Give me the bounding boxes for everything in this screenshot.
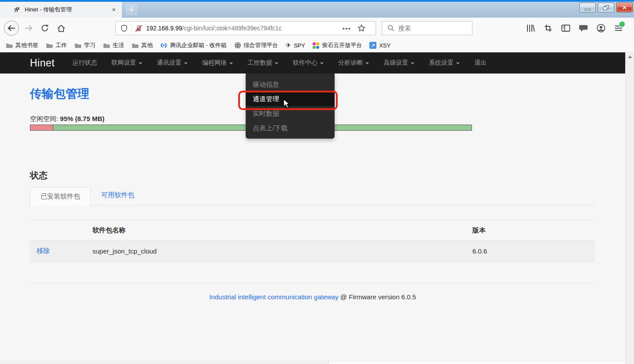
titlebar[interactable]: Hinet - 传输包管理 × + ✕ [0, 2, 634, 18]
search-bar[interactable] [382, 21, 472, 35]
site-navbar: Hinet 运行状态 联网设置 通讯设置 编程网络 工控数据 软件中心 分析诊断… [0, 52, 625, 74]
sidebar-button[interactable] [560, 21, 571, 36]
nav-item-programming-network[interactable]: 编程网络 [202, 59, 233, 67]
bookmark-exmail[interactable]: 腾讯企业邮箱 - 收件箱 [160, 41, 227, 49]
bookmarks-bar: 其他书签 工作 学习 生活 其他 腾讯企业邮箱 - 收件箱 [0, 39, 634, 52]
bookmark-folder-life[interactable]: 生活 [103, 41, 124, 49]
bookmark-label: XSY [379, 42, 391, 49]
back-button[interactable] [4, 21, 19, 36]
nav-item-diagnostics[interactable]: 分析诊断 [338, 59, 369, 67]
bookmark-folder-study[interactable]: 学习 [74, 41, 96, 49]
nav-item-network-settings[interactable]: 联网设置 [111, 59, 142, 67]
bookmark-label: 腾讯企业邮箱 - 收件箱 [170, 41, 227, 49]
nav-item-system-settings[interactable]: 系统设置 [429, 59, 460, 67]
insecure-lock-icon [135, 25, 142, 32]
folder-icon [74, 43, 81, 48]
folder-icon [46, 43, 53, 48]
bookmark-xsy[interactable]: ↗ XSY [369, 42, 391, 49]
package-tabs: 已安装软件包 可用软件包 [30, 187, 595, 206]
table-row: 移除 super_json_tcp_cloud 6.0.6 [30, 241, 595, 262]
minimize-icon [585, 9, 590, 11]
restore-button[interactable] [598, 3, 614, 12]
nav-item-industrial-data[interactable]: 工控数据 [247, 59, 278, 67]
chevron-down-icon [456, 63, 460, 64]
bookmark-ezviz[interactable]: 萤石云开放平台 [313, 41, 362, 49]
bookmark-folder-work[interactable]: 工作 [46, 41, 67, 49]
bookmark-label: 生活 [113, 41, 124, 49]
home-button[interactable] [55, 21, 68, 36]
new-tab-button[interactable]: + [125, 4, 138, 15]
vertical-scrollbar[interactable] [625, 52, 634, 364]
browser-tab[interactable]: Hinet - 传输包管理 × [0, 2, 122, 18]
row-package-name: super_json_tcp_cloud [92, 247, 472, 255]
bookmark-folder-other-bookmarks[interactable]: 其他书签 [6, 41, 38, 49]
bookmark-spy[interactable]: ✈ SPY [286, 41, 306, 49]
table-header-row: 软件包名称 版本 [30, 221, 595, 241]
footer-link[interactable]: Industrial intelligent communication gat… [209, 293, 339, 301]
reload-icon [41, 24, 49, 32]
home-icon [57, 25, 65, 32]
page-footer: Industrial intelligent communication gat… [30, 293, 595, 301]
chevron-down-icon [320, 63, 324, 64]
library-button[interactable] [525, 21, 536, 36]
color-dots-icon [313, 42, 319, 49]
tab-close-icon[interactable]: × [112, 6, 116, 13]
bookmark-folder-misc[interactable]: 其他 [132, 41, 153, 49]
browser-window: Hinet - 传输包管理 × + ✕ [0, 0, 634, 364]
bookmark-star-icon[interactable] [358, 24, 365, 32]
nav-item-logout[interactable]: 退出 [474, 59, 487, 67]
menu-item-driver-info[interactable]: 驱动信息 [246, 77, 335, 92]
menu-button[interactable]: ↑ [613, 21, 624, 36]
nav-label: 软件中心 [293, 59, 317, 67]
footer-divider [30, 283, 595, 283]
nav-label: 分析诊断 [338, 59, 363, 67]
nav-item-comm-settings[interactable]: 通讯设置 [157, 59, 188, 67]
favicon-icon [13, 6, 20, 13]
screenshot-button[interactable] [542, 21, 553, 36]
chevron-down-icon [229, 63, 233, 64]
nav-item-run-status[interactable]: 运行状态 [72, 59, 97, 67]
chevron-down-icon [275, 63, 278, 64]
mouse-cursor [283, 99, 291, 109]
nav-label: 系统设置 [429, 59, 453, 67]
tab-installed-packages[interactable]: 已安装软件包 [30, 187, 91, 206]
nav-label: 联网设置 [111, 59, 136, 67]
screenshot-crop-icon [544, 24, 552, 32]
sidebar-icon [561, 25, 570, 32]
chevron-down-icon [184, 63, 188, 64]
package-table: 软件包名称 版本 移除 super_json_tcp_cloud 6.0.6 [30, 220, 595, 262]
page-actions-icon[interactable]: ••• [343, 25, 351, 32]
chevron-down-icon [139, 63, 142, 64]
close-icon: ✕ [622, 4, 627, 11]
horizontal-scrollbar[interactable] [0, 361, 625, 364]
storage-used-segment [30, 125, 53, 130]
chevron-down-icon [411, 63, 414, 64]
tab-available-packages[interactable]: 可用软件包 [101, 191, 134, 205]
forward-button[interactable] [22, 21, 35, 36]
reload-button[interactable] [38, 21, 52, 36]
nav-label: 工控数据 [247, 59, 272, 67]
account-button[interactable] [595, 21, 606, 36]
remove-link[interactable]: 移除 [37, 247, 50, 254]
close-button[interactable]: ✕ [616, 3, 633, 12]
scroll-up-arrow-icon[interactable] [628, 55, 632, 58]
horizontal-scroll-thumb[interactable] [0, 361, 329, 364]
messages-button[interactable] [578, 21, 589, 36]
bookmark-label: 学习 [84, 41, 96, 49]
window-controls: ✕ [579, 3, 633, 12]
header-version: 版本 [472, 226, 589, 235]
bookmark-management-platform[interactable]: 综合管理平台 [234, 41, 278, 49]
url-bar[interactable]: 192.168.9.99/cgi-bin/luci/;stok=489fe39e… [115, 21, 376, 35]
menu-item-point-table[interactable]: 点表上/下载 [246, 121, 335, 135]
brand-logo[interactable]: Hinet [30, 57, 55, 69]
search-input[interactable] [398, 25, 464, 32]
nav-label: 高级设置 [383, 59, 408, 67]
nav-item-advanced-settings[interactable]: 高级设置 [383, 59, 414, 67]
minimize-button[interactable] [579, 3, 596, 12]
footer-text: @ Firmware version 6.0.5 [339, 293, 416, 301]
bookmark-label: 其他 [141, 41, 153, 49]
nav-item-software-center[interactable]: 软件中心 [293, 59, 324, 67]
url-path: /cgi-bin/luci/;stok=489fe39ec794fc1c [182, 25, 282, 32]
toolbar-icons: ↑ [525, 21, 624, 36]
chevron-down-icon [365, 63, 369, 64]
